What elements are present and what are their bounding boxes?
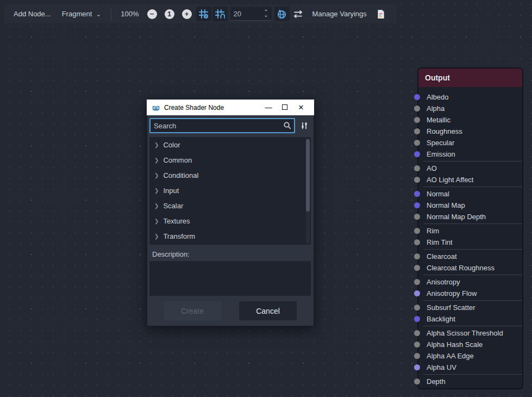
output-port-row: Clearcoat [418,251,522,262]
tree-item[interactable]: ❯ Transform [149,228,311,244]
port-dot[interactable] [414,364,420,370]
expand-chevron-icon[interactable]: ❯ [154,218,159,224]
sphere-grid-icon [277,9,287,19]
tree-item[interactable]: ❯ Textures [149,213,311,228]
port-dot[interactable] [414,342,420,348]
spinbox-arrows[interactable]: ⌃ ⌄ [264,10,268,17]
output-node[interactable]: Output Albedo Alpha Metallic Roughness [417,67,523,389]
filter-options-button[interactable] [298,119,311,133]
port-dot[interactable] [414,316,420,322]
output-node-ports: Albedo Alpha Metallic Roughness Specular [418,87,522,387]
port-dot[interactable] [414,305,420,311]
port-label: AO [427,164,437,172]
shader-file-icon [376,9,386,19]
port-dot[interactable] [414,353,420,359]
port-dot[interactable] [414,253,420,259]
description-label: Description: [152,250,311,258]
port-dot[interactable] [414,117,420,123]
grid-snap-toggle-button[interactable] [212,7,228,21]
expand-chevron-icon[interactable]: ❯ [154,172,159,178]
close-button[interactable]: ✕ [293,103,309,111]
expand-chevron-icon[interactable]: ❯ [154,157,159,163]
expand-chevron-icon[interactable]: ❯ [154,203,159,209]
grid-magnet-icon [215,9,225,19]
snap-spacing-spinbox[interactable]: 20 ⌃ ⌄ [230,7,272,21]
output-port-row: Metallic [418,114,522,126]
expand-chevron-icon[interactable]: ❯ [154,142,159,148]
port-dot[interactable] [414,330,420,336]
port-label: Normal Map Depth [427,213,486,221]
port-label: Depth [427,377,446,386]
port-dot[interactable] [414,191,420,197]
port-label: Anisotropy [427,278,460,286]
port-dot[interactable] [414,379,420,384]
maximize-icon [282,104,287,110]
port-dot[interactable] [414,202,420,208]
port-label: Rim [427,227,439,235]
tree-item-label: Input [163,187,179,195]
port-dot[interactable] [414,214,420,220]
port-label: Clearcoat Roughness [427,264,495,272]
port-group-separator [423,224,522,224]
output-port-row: Normal [418,188,522,200]
output-port-row: Alpha [418,103,522,114]
create-button[interactable]: Create [164,301,221,320]
tree-item[interactable]: ❯ Color [149,137,311,152]
port-dot[interactable] [414,165,420,171]
tree-item[interactable]: ❯ Scalar [149,198,311,213]
dialog-titlebar[interactable]: Create Shader Node — ✕ [147,100,314,115]
port-dot[interactable] [414,106,420,111]
port-dot[interactable] [414,94,420,100]
scrollbar-thumb[interactable] [306,139,310,212]
manage-varyings-button[interactable]: Manage Varyings [306,7,373,21]
tree-scrollbar[interactable] [306,138,310,244]
port-dot[interactable] [414,140,420,146]
expand-chevron-icon[interactable]: ❯ [154,233,159,239]
port-label: Normal [427,190,449,198]
toggle-description-button[interactable] [291,7,306,21]
port-dot[interactable] [414,239,420,245]
zoom-out-button[interactable]: − [147,9,157,19]
zoom-in-button[interactable]: + [182,9,192,19]
cancel-button[interactable]: Cancel [239,301,297,320]
tree-item-label: Conditional [163,171,198,179]
tree-item[interactable]: ❯ Conditional [149,168,311,183]
search-input[interactable] [149,118,295,133]
toolbar-separator [111,8,111,20]
shader-file-button[interactable] [373,7,389,21]
snap-spacing-value: 20 [234,10,264,18]
output-port-row: Clearcoat Roughness [418,262,522,274]
output-port-row: Specular [418,137,522,148]
expand-chevron-icon[interactable]: ❯ [154,188,159,194]
grid-gear-icon [198,9,209,19]
port-label: Alpha Hash Scale [427,340,483,349]
add-node-button[interactable]: Add Node... [8,7,57,21]
minimize-button[interactable]: — [260,103,277,111]
output-port-row: Anisotropy Flow [418,288,522,299]
port-dot[interactable] [414,279,420,285]
port-dot[interactable] [414,128,420,134]
maximize-button[interactable] [277,103,293,111]
output-port-row: Albedo [418,91,522,103]
port-group-separator [423,374,522,375]
shader-stage-dropdown[interactable]: Fragment ⌄ [57,7,107,21]
port-label: Roughness [427,127,462,135]
port-dot[interactable] [414,290,420,296]
preview-shader-button[interactable] [274,7,290,21]
dialog-body: ❯ Color ❯ Common ❯ Conditional ❯ Input [147,115,314,326]
port-dot[interactable] [414,265,420,271]
tree-item[interactable]: ❯ Input [149,183,311,198]
port-dot[interactable] [414,177,420,183]
port-label: Subsurf Scatter [427,303,475,312]
output-node-header[interactable]: Output [418,69,522,87]
godot-logo-icon [152,103,160,112]
port-dot[interactable] [414,228,420,234]
output-port-row: AO Light Affect [418,174,522,185]
port-dot[interactable] [414,151,420,157]
port-group-separator [423,300,522,301]
spin-down-icon: ⌄ [264,14,268,17]
zoom-reset-button[interactable]: 1 [165,9,174,19]
grid-snap-settings-button[interactable] [196,7,211,21]
port-label: Alpha [427,104,445,113]
tree-item[interactable]: ❯ Common [149,152,311,168]
